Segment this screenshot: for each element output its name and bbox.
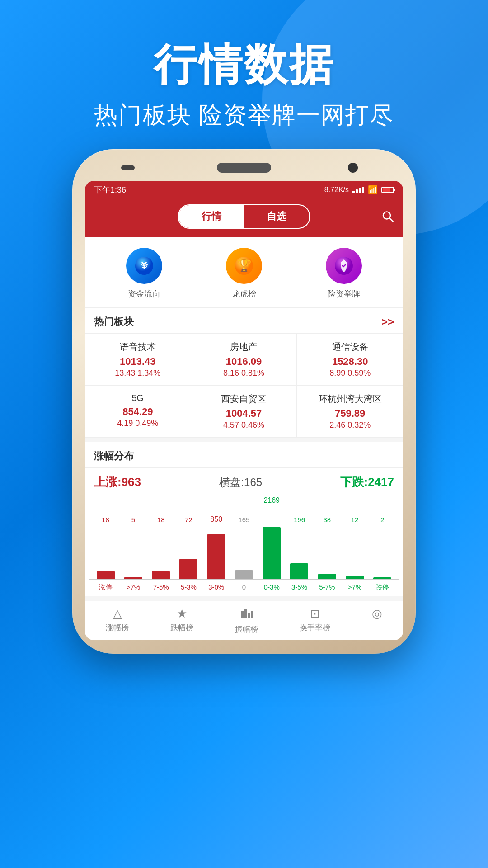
sector-cell-4[interactable]: 西安自贸区 1004.57 4.57 0.46%: [191, 386, 297, 438]
distribution-title: 涨幅分布: [94, 450, 134, 462]
bottom-tab-zfb[interactable]: △ 涨幅榜: [106, 607, 129, 635]
bar-top-labels: 18 5 18 72 850 165 2169 196 38 12 2: [89, 496, 399, 524]
bar-top-label-7: 196: [289, 516, 310, 524]
sector-name-3: 5G: [85, 393, 191, 403]
bar-bottom-9: >7%: [344, 583, 365, 592]
hero-header: 行情数据 热门板块 险资举牌一网打尽: [94, 0, 394, 149]
icon-lhb: 🏆: [226, 248, 262, 284]
sector-change-0: 13.43 1.34%: [85, 368, 191, 378]
bar-bottom-2: 7-5%: [150, 583, 171, 592]
bar-top-label-8: 38: [317, 516, 338, 524]
stat-rise: 上涨:963: [94, 474, 141, 490]
bar-bottom-7: 3-5%: [289, 583, 310, 592]
bar-bottom-3: 5-3%: [178, 583, 199, 592]
search-button[interactable]: [381, 210, 394, 226]
phone-screen: 下午1:36 8.72K/s 📶: [85, 181, 403, 640]
hot-sectors-more[interactable]: >>: [381, 316, 394, 328]
phone-shell: 下午1:36 8.72K/s 📶: [72, 149, 416, 654]
phone-speaker: [217, 163, 271, 173]
tab-zixuan[interactable]: 自选: [244, 205, 309, 228]
bar-bottom-8: 5-7%: [317, 583, 338, 592]
bottom-tab-hslb[interactable]: ⊡ 换手率榜: [300, 607, 330, 635]
sector-value-5: 759.89: [297, 408, 403, 420]
svg-rect-7: [241, 611, 244, 618]
bottom-tab-zfub[interactable]: 振幅榜: [235, 607, 258, 635]
sector-cell-3[interactable]: 5G 854.29 4.19 0.49%: [85, 386, 191, 438]
bar-1: [122, 577, 145, 579]
phone-mockup: 下午1:36 8.72K/s 📶: [72, 149, 416, 654]
sector-value-4: 1004.57: [191, 408, 297, 420]
svg-rect-9: [248, 613, 250, 618]
sector-value-3: 854.29: [85, 406, 191, 418]
icon-item-zjlx[interactable]: ¥ 资金流向: [126, 248, 162, 299]
icon-xzjp: [326, 248, 362, 284]
sector-name-0: 语音技术: [85, 341, 191, 353]
bar-7: [288, 563, 310, 579]
sector-cell-5[interactable]: 环杭州湾大湾区 759.89 2.46 0.32%: [297, 386, 403, 438]
zfub-icon: [240, 607, 253, 623]
phone-camera: [348, 163, 358, 173]
bar-4: [205, 534, 228, 579]
hot-sectors-title: 热门板块: [94, 315, 134, 329]
icon-zjlx: ¥: [126, 248, 162, 284]
bottom-tab-dfb[interactable]: ★ 跌幅榜: [170, 607, 193, 635]
wifi-icon: 📶: [368, 185, 378, 195]
icon-label-zjlx: 资金流向: [128, 288, 160, 299]
bar-3: [177, 559, 200, 579]
tab-group: 行情 自选: [178, 204, 310, 229]
dfb-icon: ★: [177, 607, 187, 621]
bar-top-label-9: 12: [344, 516, 365, 524]
battery-fill: [383, 188, 390, 192]
bar-bottom-10: 跌停: [372, 583, 393, 592]
sector-name-5: 环杭州湾大湾区: [297, 393, 403, 405]
bar-bottom-4: 3-0%: [206, 583, 227, 592]
bar-0: [94, 571, 117, 579]
icon-label-lhb: 龙虎榜: [232, 288, 256, 299]
status-time: 下午1:36: [94, 184, 126, 195]
bar-6: [260, 527, 283, 579]
zfub-label: 振幅榜: [235, 624, 258, 635]
bar-top-label-4: 850: [206, 515, 227, 524]
dfb-label: 跌幅榜: [170, 623, 193, 633]
sector-change-4: 4.57 0.46%: [191, 420, 297, 430]
icon-item-xzjp[interactable]: 险资举牌: [326, 248, 362, 299]
bar-chart: 18 5 18 72 850 165 2169 196 38 12 2: [85, 496, 403, 596]
bar-bottom-labels: 涨停 >7% 7-5% 5-3% 3-0% 0 0-3% 3-5% 5-7% >…: [89, 580, 399, 592]
more-icon: ◎: [372, 607, 382, 621]
bar-bottom-5: 0: [234, 583, 254, 592]
sector-cell-2[interactable]: 通信设备 1528.30 8.99 0.59%: [297, 334, 403, 386]
bar-top-label-3: 72: [178, 516, 199, 524]
distribution-section: 涨幅分布 上涨:963 横盘:165 下跌:2417 18 5 18 72 85…: [85, 442, 403, 596]
signal-icon: [352, 187, 364, 193]
battery-icon: [381, 187, 394, 193]
sector-change-3: 4.19 0.49%: [85, 419, 191, 428]
bar-bottom-1: >7%: [123, 583, 144, 592]
hslb-icon: ⊡: [310, 607, 320, 621]
bottom-tab-more[interactable]: ◎: [372, 607, 382, 635]
quick-access-row: ¥ 资金流向 🏆 龙虎榜: [85, 237, 403, 308]
distribution-header: 涨幅分布: [85, 442, 403, 468]
sector-change-2: 8.99 0.59%: [297, 368, 403, 378]
bar-top-label-0: 18: [95, 516, 116, 524]
status-right: 8.72K/s 📶: [324, 185, 394, 195]
sector-cell-0[interactable]: 语音技术 1013.43 13.43 1.34%: [85, 334, 191, 386]
sector-value-0: 1013.43: [85, 356, 191, 368]
zfb-label: 涨幅榜: [106, 623, 129, 633]
stat-flat: 横盘:165: [219, 475, 262, 490]
bar-2: [150, 571, 172, 579]
sector-cell-1[interactable]: 房地产 1016.09 8.16 0.81%: [191, 334, 297, 386]
bar-top-label-1: 5: [123, 516, 144, 524]
status-bar: 下午1:36 8.72K/s 📶: [85, 181, 403, 199]
network-speed: 8.72K/s: [324, 186, 349, 194]
sector-change-1: 8.16 0.81%: [191, 368, 297, 378]
sector-value-2: 1528.30: [297, 356, 403, 368]
bar-bottom-0: 涨停: [95, 583, 116, 592]
svg-text:🏆: 🏆: [237, 258, 252, 273]
phone-sensor: [121, 165, 135, 170]
svg-rect-8: [244, 609, 247, 618]
tab-hangqing[interactable]: 行情: [179, 205, 244, 228]
icon-item-lhb[interactable]: 🏆 龙虎榜: [226, 248, 262, 299]
sectors-grid: 语音技术 1013.43 13.43 1.34% 房地产 1016.09 8.1…: [85, 333, 403, 438]
bar-bottom-6: 0-3%: [261, 583, 282, 592]
icon-label-xzjp: 险资举牌: [328, 288, 360, 299]
